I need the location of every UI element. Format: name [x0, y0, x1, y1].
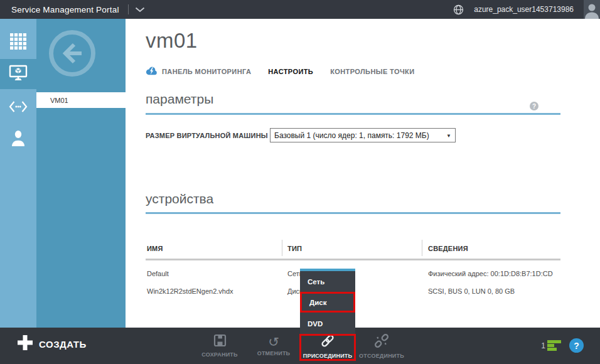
save-icon	[213, 334, 227, 350]
section-title-devices: устройства	[146, 191, 213, 206]
section-title-parameters: параметры	[146, 92, 213, 107]
back-button[interactable]	[49, 30, 95, 77]
vm-size-select[interactable]: Базовый 1 (число ядер: 1, память: 1792 М…	[270, 128, 456, 142]
menu-item-disk[interactable]: Диск	[300, 292, 355, 313]
link-broken-icon	[374, 333, 389, 351]
code-brackets-icon	[9, 100, 28, 115]
cancel-button[interactable]: ↺ ОТМЕНИТЬ	[247, 328, 301, 364]
column-divider	[282, 240, 282, 256]
globe-icon[interactable]	[453, 4, 464, 15]
select-arrow-icon: ▼	[446, 133, 451, 139]
button-label: ОТМЕНИТЬ	[257, 350, 291, 356]
device-name: Default	[147, 270, 169, 277]
nav-strip	[0, 19, 36, 328]
grid-icon	[10, 33, 26, 52]
tab-dashboard[interactable]: ПАНЕЛЬ МОНИТОРИНГА	[146, 67, 251, 77]
device-details: SCSI, BUS 0, LUN 0, 80 GB	[428, 287, 515, 295]
top-bar: Service Management Portal azure_pack_use…	[0, 0, 600, 19]
operations-bars-icon	[547, 340, 561, 351]
create-button[interactable]: СОЗДАТЬ	[18, 335, 87, 353]
tab-checkpoints[interactable]: КОНТРОЛЬНЫЕ ТОЧКИ	[330, 68, 414, 75]
vm-size-label: РАЗМЕР ВИРТУАЛЬНОЙ МАШИНЫ	[146, 132, 268, 139]
avatar[interactable]	[584, 0, 600, 19]
tab-label: ПАНЕЛЬ МОНИТОРИНГА	[162, 68, 251, 75]
tab-label: НАСТРОИТЬ	[268, 68, 313, 75]
sidebar-item-automation[interactable]	[0, 93, 36, 123]
vm-list-panel: VM01	[36, 19, 126, 328]
bottombar-right-group: 1 ?	[541, 338, 584, 353]
tab-configure[interactable]: НАСТРОИТЬ	[268, 68, 313, 75]
topbar-right-group: azure_pack_user1453713986	[453, 0, 600, 19]
column-header-details: СВЕДЕНИЯ	[428, 245, 468, 252]
sidebar-item-all-items[interactable]	[0, 28, 36, 58]
notifications-indicator[interactable]: 1	[541, 340, 561, 351]
main-content: vm01 ПАНЕЛЬ МОНИТОРИНГА НАСТРОИТЬ КОНТРО…	[126, 19, 600, 328]
column-header-type: ТИП	[287, 245, 302, 252]
save-button[interactable]: СОХРАНИТЬ	[193, 328, 247, 364]
arrow-left-icon	[58, 40, 86, 67]
column-header-name: ИМЯ	[147, 245, 163, 252]
section-rule	[146, 212, 560, 214]
attach-menu: Сеть Диск DVD	[300, 269, 355, 335]
topbar-divider	[128, 4, 129, 14]
button-label: ПРИСОЕДИНИТЬ	[303, 353, 352, 359]
vm-monitor-icon	[9, 65, 28, 83]
column-divider	[422, 240, 422, 256]
tab-bar: ПАНЕЛЬ МОНИТОРИНГА НАСТРОИТЬ КОНТРОЛЬНЫЕ…	[146, 67, 414, 77]
service-management-portal: Service Management Portal azure_pack_use…	[0, 0, 600, 364]
sidebar-item-account[interactable]	[0, 124, 36, 154]
person-icon	[11, 130, 26, 149]
sidebar-item-vm01[interactable]: VM01	[36, 92, 126, 108]
cloud-bolt-icon	[146, 67, 158, 77]
device-name: Win2k12R2stdENgen2.vhdx	[147, 287, 233, 295]
portal-title: Service Management Portal	[11, 5, 119, 14]
section-help-icon[interactable]: ?	[530, 102, 538, 110]
button-label: СОХРАНИТЬ	[201, 351, 237, 358]
vm-size-value: Базовый 1 (число ядер: 1, память: 1792 М…	[274, 131, 429, 140]
device-details: Физический адрес: 00:1D:D8:B7:1D:CD	[428, 270, 553, 277]
header-border	[146, 259, 560, 260]
chevron-down-icon[interactable]	[135, 7, 145, 13]
menu-item-dvd[interactable]: DVD	[300, 313, 355, 335]
section-rule	[146, 113, 560, 115]
create-label: СОЗДАТЬ	[39, 339, 87, 350]
username[interactable]: azure_pack_user1453713986	[474, 5, 574, 14]
notification-count: 1	[541, 341, 545, 350]
menu-item-network[interactable]: Сеть	[300, 271, 355, 292]
button-label: ОТСОЕДИНИТЬ	[359, 353, 404, 359]
plus-icon	[18, 335, 33, 353]
link-icon	[320, 333, 335, 351]
sidebar-item-virtual-machines[interactable]	[0, 59, 36, 89]
detach-button[interactable]: ОТСОЕДИНИТЬ	[355, 328, 409, 364]
undo-icon: ↺	[268, 336, 279, 348]
tab-label: КОНТРОЛЬНЫЕ ТОЧКИ	[330, 68, 414, 75]
page-title: vm01	[146, 29, 198, 53]
help-button[interactable]: ?	[569, 338, 584, 353]
